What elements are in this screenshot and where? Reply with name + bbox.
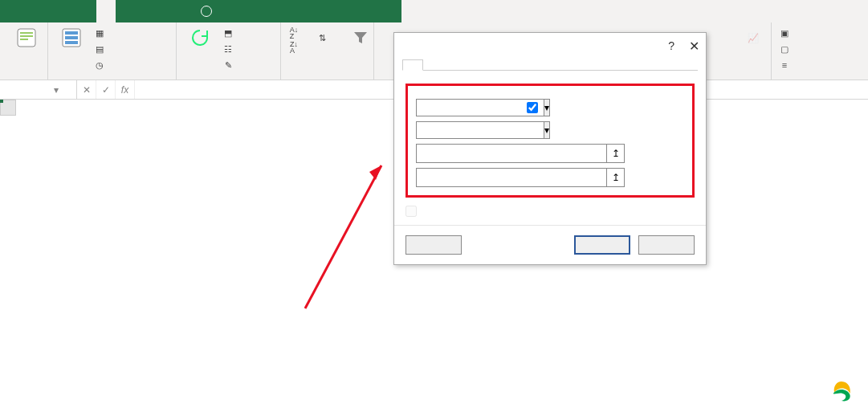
allow-dropdown-icon[interactable]: ▾ [544,99,550,116]
annotation-arrow-icon [209,156,393,316]
from-table-icon: ▤ [93,43,106,55]
recent-icon: ◷ [93,59,106,71]
show-queries-icon: ▦ [93,27,106,39]
tab-view[interactable] [135,0,154,22]
svg-rect-6 [65,36,78,39]
svg-rect-2 [20,35,33,37]
group-icon: ▣ [778,27,791,39]
tab-formulas[interactable] [77,0,96,22]
name-box-input[interactable] [3,84,51,96]
tab-review[interactable] [116,0,135,22]
group-outline [778,78,862,80]
watermark [829,379,858,403]
dialog-help-icon[interactable]: ? [668,39,674,52]
refresh-icon [188,26,212,50]
subtotal-button[interactable]: ≡ [778,58,794,72]
ungroup-icon: ▢ [778,43,791,55]
tab-data[interactable] [96,0,116,22]
name-box[interactable]: ▾ [0,80,77,99]
new-query-icon [59,26,84,50]
show-queries-button[interactable]: ▦ [93,26,109,40]
data-validation-dialog: ? ✕ ▾ ▾ [393,32,707,265]
tab-home[interactable] [19,0,39,22]
sort-desc-button[interactable]: Z↓A [287,40,300,55]
cancel-entry-icon[interactable]: ✕ [77,80,96,99]
sort-asc-button[interactable]: A↓Z [287,26,300,40]
ignore-blank-input[interactable] [527,102,538,113]
group-sort-filter [287,78,367,80]
maximum-input[interactable] [416,168,607,187]
tab-cloud[interactable] [173,0,193,22]
minimum-input[interactable] [416,144,607,163]
refresh-all-button[interactable] [183,26,217,51]
sort-asc-icon: A↓Z [287,27,300,39]
forecast-sheet-button[interactable]: 📈 [736,26,770,53]
dialog-tab-error-alert[interactable] [444,59,465,71]
properties-button[interactable]: ☷ [222,42,238,56]
annotation-highlight-frame: ▾ ▾ ↥ ↥ [405,84,695,198]
group-connections [183,78,274,80]
edit-links-button[interactable]: ✎ [222,58,238,72]
fx-icon[interactable]: fx [116,80,135,99]
cancel-button[interactable] [638,235,695,255]
group-get-transform [55,78,169,80]
dialog-tab-settings[interactable] [402,59,423,71]
ok-button[interactable] [574,235,630,255]
watermark-logo-icon [829,379,854,403]
svg-line-8 [305,165,381,308]
group-button[interactable]: ▣ [778,26,794,40]
get-external-data-button[interactable] [10,26,43,51]
svg-rect-1 [20,32,33,34]
forecast-icon: 📈 [741,26,765,50]
svg-rect-5 [65,31,78,35]
sort-icon: ⇅ [310,26,334,50]
allow-combo[interactable] [416,99,544,116]
new-query-button[interactable] [55,26,88,51]
ribbon-tabs [0,0,868,22]
dialog-tab-ime-mode[interactable] [465,59,486,71]
name-box-dropdown-icon[interactable]: ▾ [51,84,61,96]
sort-desc-icon: Z↓A [287,41,300,54]
connections-button[interactable]: ⬒ [222,26,238,40]
subtotal-icon: ≡ [778,59,791,71]
svg-rect-7 [65,41,78,44]
tell-me-search[interactable] [193,0,225,22]
connections-icon: ⬒ [222,27,234,39]
tab-insert[interactable] [39,0,58,22]
get-data-icon [14,26,39,50]
filter-icon [348,26,373,50]
svg-rect-0 [18,29,35,47]
recent-sources-button[interactable]: ◷ [93,58,109,72]
minimum-range-picker-icon[interactable]: ↥ [607,144,625,163]
from-table-button[interactable]: ▤ [93,42,109,56]
tab-file[interactable] [0,0,19,22]
ungroup-button[interactable]: ▢ [778,42,794,56]
tab-help[interactable] [154,0,173,22]
maximum-range-picker-icon[interactable]: ↥ [607,168,625,187]
data-combo[interactable] [416,121,544,139]
filter-button[interactable] [344,26,377,51]
tab-layout[interactable] [58,0,77,22]
data-dropdown-icon[interactable]: ▾ [544,121,550,139]
properties-icon: ☷ [222,43,234,55]
clear-all-button[interactable] [405,235,462,255]
dialog-close-icon[interactable]: ✕ [689,39,699,54]
confirm-entry-icon[interactable]: ✓ [96,80,116,99]
apply-to-all-input [405,206,417,217]
dialog-tab-input-message[interactable] [423,59,444,71]
edit-links-icon: ✎ [222,59,234,71]
apply-to-all-checkbox [405,206,695,217]
svg-marker-9 [369,165,381,180]
sort-button[interactable]: ⇅ [305,26,339,51]
lightbulb-icon [201,6,212,17]
ignore-blank-checkbox[interactable] [527,102,541,113]
select-all-corner[interactable] [0,100,16,116]
svg-rect-3 [20,39,28,40]
